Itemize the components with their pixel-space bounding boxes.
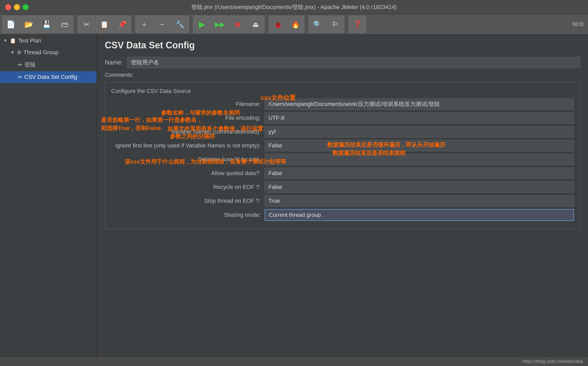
reset-button[interactable]: 🏳 (327, 16, 344, 33)
tree-item-thread-group[interactable]: ▼ ⚙ Thread Group (0, 47, 97, 58)
window-controls (5, 4, 29, 10)
stop-thread-on-eof-input[interactable] (265, 195, 574, 207)
ignore-first-line-input[interactable] (265, 140, 574, 151)
separator-3 (191, 17, 191, 32)
recycle-on-eof-row: Recycle on EOF ?: (111, 181, 574, 193)
filename-label: Filename: (111, 101, 265, 107)
file-encoding-label: File encoding: (111, 115, 265, 121)
start-no-pause-button[interactable]: ▶▶ (211, 16, 229, 33)
tree-item-denglu[interactable]: ✏ 登陆 (0, 58, 97, 71)
name-row: Name: (105, 57, 580, 68)
test-tree: ▼ 📋 Test Plan ▼ ⚙ Thread Group ✏ 登陆 ✂ CS… (0, 35, 97, 357)
toggle-button[interactable]: 🔧 (171, 16, 189, 33)
separator-6 (346, 17, 347, 32)
thread-group-label: Thread Group (24, 49, 59, 56)
separator-2 (133, 17, 133, 32)
variable-names-row: Variable Names (comma-delimited): (111, 126, 574, 137)
toolbar: 📄 📂 💾 🗃 ✂ 📋 📌 ＋ － 🔧 ▶ ▶▶ ⏹ ⏏ 🐞 🔥 🔍 🏳 ❓ 0… (0, 14, 588, 35)
variable-names-input[interactable] (265, 126, 574, 137)
stop-thread-on-eof-label: Stop thread on EOF ?: (111, 198, 265, 204)
tree-item-csv-config[interactable]: ✂ CSV Data Set Config (0, 71, 97, 83)
filename-row: Filename: (111, 99, 574, 110)
main-layout: ▼ 📋 Test Plan ▼ ⚙ Thread Group ✏ 登陆 ✂ CS… (0, 35, 588, 357)
start-button[interactable]: ▶ (193, 16, 211, 33)
new-button[interactable]: 📄 (2, 16, 19, 33)
tree-arrow-thread-group: ▼ (10, 50, 15, 55)
status-url: https://blog.csdn.net/Absosba (523, 359, 583, 364)
tree-arrow-test-plan: ▼ (3, 38, 8, 44)
copy-button[interactable]: 📋 (96, 16, 113, 33)
clear-all-button[interactable]: 🔥 (287, 16, 304, 33)
add-button[interactable]: ＋ (135, 16, 153, 33)
comments-label: Comments: (105, 72, 133, 78)
stop-thread-on-eof-row: Stop thread on EOF ?: (111, 195, 574, 207)
thread-group-icon: ⚙ (17, 49, 21, 56)
title-bar: 登陆.jmx (/Users/wenqiangli/Documents/登陆.j… (0, 0, 588, 14)
config-panel-title: CSV Data Set Config (105, 40, 580, 51)
denglu-icon: ✏ (18, 62, 22, 68)
maximize-button[interactable] (22, 4, 29, 10)
csv-config-label: CSV Data Set Config (24, 74, 77, 80)
save-as-button[interactable]: 🗃 (56, 16, 73, 33)
section-title: Configure the CSV Data Source (111, 88, 574, 94)
paste-button[interactable]: 📌 (114, 16, 131, 33)
status-bar: https://blog.csdn.net/Absosba (0, 357, 588, 366)
config-panel: CSV Data Set Config Name: Comments: Conf… (97, 35, 588, 357)
open-button[interactable]: 📂 (20, 16, 37, 33)
allow-quoted-data-label: Allow quoted data?: (111, 170, 265, 177)
shutdown-button[interactable]: ⏏ (247, 16, 264, 33)
test-plan-icon: 📋 (10, 38, 16, 44)
sharing-mode-input[interactable] (265, 209, 574, 221)
allow-quoted-data-row: Allow quoted data?: (111, 168, 574, 179)
file-encoding-row: File encoding: (111, 112, 574, 124)
clear-button[interactable]: 🐞 (269, 16, 286, 33)
file-encoding-input[interactable] (265, 112, 574, 124)
separator-4 (266, 17, 267, 32)
delimiter-row: Delimiter (use '\t' for tab): (111, 154, 574, 165)
recycle-on-eof-input[interactable] (265, 181, 574, 193)
ignore-first-line-row: Ignore first line (only used if Variable… (111, 140, 574, 151)
cut-button[interactable]: ✂ (78, 16, 95, 33)
delimiter-input[interactable] (265, 154, 574, 165)
ignore-first-line-label: Ignore first line (only used if Variable… (111, 142, 265, 149)
help-button[interactable]: ❓ (349, 16, 366, 33)
csv-data-source-section: Configure the CSV Data Source Filename: … (105, 82, 580, 229)
recycle-on-eof-label: Recycle on EOF ?: (111, 184, 265, 190)
close-button[interactable] (5, 4, 11, 10)
name-input[interactable] (127, 57, 580, 68)
separator-1 (75, 17, 76, 32)
sharing-mode-row: Sharing mode: (111, 209, 574, 221)
tree-item-test-plan[interactable]: ▼ 📋 Test Plan (0, 35, 97, 47)
stop-button[interactable]: ⏹ (229, 16, 246, 33)
remove-button[interactable]: － (153, 16, 171, 33)
test-plan-label: Test Plan (18, 37, 41, 44)
variable-names-label: Variable Names (comma-delimited): (111, 128, 265, 135)
filename-input[interactable] (265, 99, 574, 110)
timer-display: 00:0 (572, 21, 586, 28)
delimiter-label: Delimiter (use '\t' for tab): (111, 156, 265, 163)
window-title: 登陆.jmx (/Users/wenqiangli/Documents/登陆.j… (191, 3, 397, 11)
comments-row: Comments: (105, 72, 580, 78)
name-label: Name: (105, 59, 123, 66)
minimize-button[interactable] (14, 4, 20, 10)
csv-config-icon: ✂ (18, 74, 22, 80)
allow-quoted-data-input[interactable] (265, 168, 574, 179)
separator-5 (306, 17, 307, 32)
sharing-mode-label: Sharing mode: (111, 212, 265, 218)
save-button[interactable]: 💾 (38, 16, 55, 33)
search-button[interactable]: 🔍 (309, 16, 326, 33)
denglu-label: 登陆 (24, 61, 36, 69)
